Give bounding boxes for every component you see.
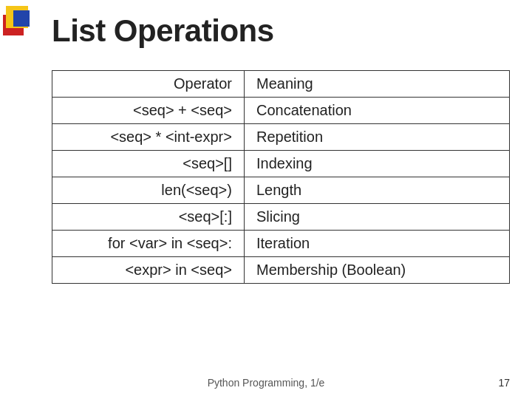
meaning-cell: Slicing [244,204,509,231]
meaning-cell: Membership (Boolean) [244,257,509,284]
accent-blue [13,10,30,27]
meaning-cell: Length [244,177,509,204]
operator-cell: <seq> * <int-expr> [52,124,245,151]
page-title: List Operations [52,13,274,49]
operator-cell: <seq>[:] [52,204,245,231]
operator-cell: <expr> in <seq> [52,257,245,284]
operator-cell: <seq>[] [52,151,245,177]
meaning-cell: Iteration [244,231,509,257]
meaning-cell: Concatenation [244,98,509,124]
operator-cell: for <var> in <seq>: [52,231,245,257]
table-row: <seq>[]Indexing [52,151,510,177]
table-row: len(<seq>)Length [52,177,510,204]
table-row: <seq> + <seq>Concatenation [52,98,510,124]
operator-cell: <seq> + <seq> [52,98,245,124]
meaning-cell: Indexing [244,151,509,177]
meaning-cell: Meaning [244,71,509,98]
table-row: <seq> * <int-expr>Repetition [52,124,510,151]
table-row: <expr> in <seq>Membership (Boolean) [52,257,510,284]
operations-table: OperatorMeaning<seq> + <seq>Concatenatio… [52,70,510,284]
operations-table-container: OperatorMeaning<seq> + <seq>Concatenatio… [52,70,510,284]
footer: Python Programming, 1/e 17 [0,377,532,389]
table-row: <seq>[:]Slicing [52,204,510,231]
footer-page-number: 17 [498,377,510,389]
table-row: for <var> in <seq>:Iteration [52,231,510,257]
footer-center-text: Python Programming, 1/e [208,377,325,389]
corner-decoration [0,0,44,44]
operator-cell: len(<seq>) [52,177,245,204]
operator-cell: Operator [52,71,245,98]
meaning-cell: Repetition [244,124,509,151]
table-row: OperatorMeaning [52,71,510,98]
